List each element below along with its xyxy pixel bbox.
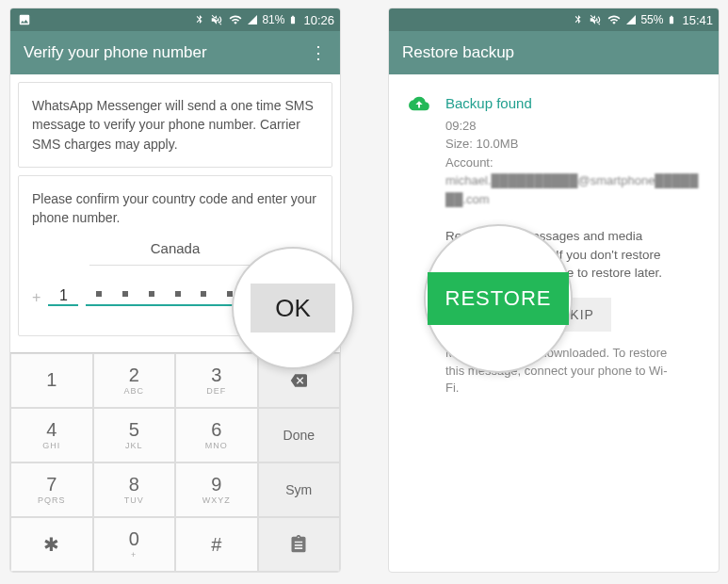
country-code-input[interactable] (48, 287, 78, 306)
backup-found-block: Backup found 09:28 Size: 10.0MB Account:… (389, 74, 719, 227)
battery-percent: 55% (640, 13, 663, 26)
key-8[interactable]: 8TUV (93, 462, 176, 517)
sym-key[interactable]: Sym (258, 462, 341, 517)
key-4[interactable]: 4GHI (10, 408, 93, 462)
backup-account-value: michael.██████████@smartphone███████.com (445, 171, 702, 208)
info-text: WhatsApp Messenger will send a one time … (32, 98, 314, 152)
key-2[interactable]: 2ABC (93, 353, 176, 408)
key-star[interactable]: ✱ (10, 517, 93, 572)
bluetooth-icon (573, 13, 584, 26)
numeric-keypad: 1 2ABC 3DEF 4GHI 5JKL 6MNO Done 7PQRS 8T… (10, 352, 340, 572)
mute-icon (588, 13, 603, 26)
key-9[interactable]: 9WXYZ (175, 462, 258, 517)
status-bar: 81% 10:26 (10, 8, 340, 31)
signal-icon (625, 13, 637, 26)
clipboard-icon (289, 535, 308, 554)
key-7[interactable]: 7PQRS (10, 462, 93, 517)
clock: 10:26 (303, 13, 334, 27)
backup-account-label: Account: (445, 154, 702, 172)
backup-time: 09:28 (445, 117, 702, 136)
backup-info: Backup found 09:28 Size: 10.0MB Account:… (445, 93, 702, 208)
clipboard-key[interactable] (258, 517, 341, 572)
image-icon (18, 13, 31, 26)
overflow-menu-icon[interactable]: ⋮ (310, 42, 327, 63)
country-selector[interactable]: Canada (89, 238, 261, 266)
app-bar: Restore backup (389, 31, 719, 74)
backspace-icon (287, 372, 310, 389)
battery-icon (288, 13, 298, 26)
backup-found-title: Backup found (445, 93, 702, 115)
app-bar: Verify your phone number ⋮ (10, 31, 340, 74)
key-6[interactable]: 6MNO (175, 408, 258, 462)
battery-percent: 81% (262, 13, 284, 26)
key-3[interactable]: 3DEF (175, 353, 258, 408)
page-title: Restore backup (402, 43, 705, 62)
phone-number-input[interactable] (86, 287, 252, 306)
plus-sign: + (32, 286, 40, 308)
page-title: Verify your phone number (24, 43, 310, 62)
battery-icon (667, 13, 676, 26)
key-hash[interactable]: # (175, 517, 258, 572)
clock: 15:41 (682, 13, 713, 27)
done-key[interactable]: Done (258, 408, 341, 462)
cloud-upload-icon (406, 93, 432, 208)
key-0[interactable]: 0+ (93, 517, 176, 572)
ok-button-zoom[interactable]: OK (251, 284, 335, 333)
key-1[interactable]: 1 (10, 353, 93, 408)
restore-button-zoom[interactable]: RESTORE (428, 272, 569, 325)
status-bar: 55% 15:41 (389, 8, 719, 31)
backup-size: Size: 10.0MB (445, 135, 702, 154)
ok-highlight-lens: OK (232, 247, 354, 369)
mute-icon (209, 13, 224, 26)
wifi-icon (607, 13, 622, 26)
wifi-icon (228, 13, 243, 26)
signal-icon (247, 13, 258, 26)
info-card: WhatsApp Messenger will send a one time … (18, 82, 332, 168)
confirm-text: Please confirm your country code and ent… (32, 191, 316, 225)
bluetooth-icon (194, 13, 205, 26)
key-5[interactable]: 5JKL (93, 408, 176, 462)
restore-highlight-lens: RESTORE (424, 224, 573, 373)
